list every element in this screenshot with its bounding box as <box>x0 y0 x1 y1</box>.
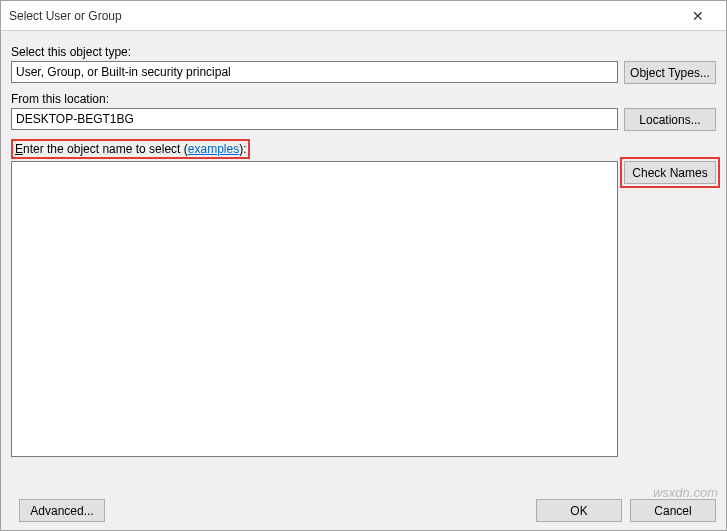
footer: Advanced... OK Cancel <box>11 499 716 522</box>
object-name-input[interactable] <box>11 161 618 457</box>
locations-button[interactable]: Locations... <box>624 108 716 131</box>
examples-link[interactable]: examples <box>188 142 239 156</box>
object-name-label-highlight: Enter the object name to select (example… <box>11 139 250 159</box>
advanced-button[interactable]: Advanced... <box>19 499 105 522</box>
object-type-field <box>11 61 618 83</box>
object-name-label-pre: Enter the object name to select ( <box>15 142 188 156</box>
object-type-label: Select this object type: <box>11 45 716 59</box>
location-label: From this location: <box>11 92 716 106</box>
check-names-button[interactable]: Check Names <box>624 161 716 184</box>
titlebar: Select User or Group ✕ <box>1 1 726 31</box>
ok-button[interactable]: OK <box>536 499 622 522</box>
cancel-button[interactable]: Cancel <box>630 499 716 522</box>
window-title: Select User or Group <box>9 9 678 23</box>
object-name-label: Enter the object name to select (example… <box>15 142 246 156</box>
watermark: wsxdn.com <box>653 485 718 500</box>
location-field <box>11 108 618 130</box>
object-types-button[interactable]: Object Types... <box>624 61 716 84</box>
object-name-label-post: ): <box>239 142 246 156</box>
dialog-content: Select this object type: Object Types...… <box>1 31 726 460</box>
close-icon[interactable]: ✕ <box>678 1 718 30</box>
